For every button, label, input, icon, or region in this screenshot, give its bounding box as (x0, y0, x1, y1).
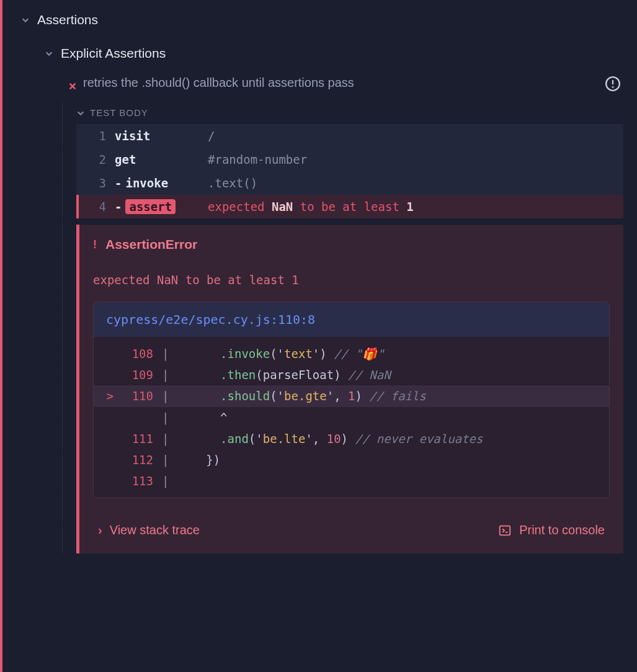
command-log: 1 visit / 2 get #random-number 3 -invoke… (76, 124, 623, 218)
stack-trace-label: View stack trace (110, 523, 200, 537)
x-fail-icon (68, 79, 77, 87)
error-header: ! AssertionError (79, 225, 623, 263)
code-line: 113| (94, 470, 609, 491)
chevron-down-icon (45, 49, 53, 58)
code-line: 112| }) (94, 449, 609, 470)
log-row[interactable]: 3 -invoke .text() (76, 171, 623, 195)
log-number: 1 (87, 129, 106, 143)
bang-icon: ! (93, 238, 97, 251)
code-file-link[interactable]: cypress/e2e/spec.cy.js:110:8 (94, 302, 609, 337)
terminal-icon (498, 524, 512, 537)
code-caret-line: | ^ (94, 407, 609, 428)
suite-title: Assertions (37, 12, 98, 27)
view-stack-trace-link[interactable]: › View stack trace (98, 523, 200, 537)
error-message: expected NaN to be at least 1 (79, 263, 623, 297)
chevron-down-icon (21, 16, 30, 24)
print-console-label: Print to console (519, 523, 605, 537)
test-title: retries the .should() callback until ass… (83, 76, 354, 90)
sub-suite-title: Explicit Assertions (61, 46, 166, 61)
log-command: -invoke (115, 176, 208, 190)
log-args: / (208, 129, 215, 143)
assert-pill: assert (125, 199, 176, 214)
print-to-console-link[interactable]: Print to console (498, 523, 605, 537)
code-line: 111| .and('be.lte', 10) // never evaluat… (94, 428, 609, 449)
log-row[interactable]: 2 get #random-number (76, 148, 623, 171)
error-name: AssertionError (105, 237, 197, 252)
log-command: -assert (115, 200, 208, 213)
svg-point-4 (612, 86, 614, 88)
log-args: expected NaN to be at least 1 (208, 200, 414, 213)
log-args: .text() (208, 176, 257, 190)
log-number: 3 (87, 176, 106, 190)
log-number: 2 (87, 153, 106, 166)
log-command: get (115, 153, 208, 166)
suite-header[interactable]: Assertions (2, 0, 637, 30)
test-body: TEST BODY 1 visit / 2 get #random-number… (62, 102, 637, 553)
code-line: 108| .invoke('text') // "🎁" (94, 343, 609, 364)
chevron-down-icon (76, 109, 85, 117)
warning-icon[interactable] (605, 76, 621, 92)
test-header[interactable]: retries the .should() callback until ass… (2, 63, 637, 92)
code-frame: cypress/e2e/spec.cy.js:110:8 108| .invok… (93, 302, 610, 498)
log-command: visit (115, 129, 208, 143)
chevron-right-icon: › (98, 523, 102, 537)
error-panel: ! AssertionError expected NaN to be at l… (76, 225, 623, 553)
log-row-failed[interactable]: 4 -assert expected NaN to be at least 1 (76, 195, 623, 218)
error-footer: › View stack trace Print to console (79, 512, 623, 553)
code-line-highlighted: >110| .should('be.gte', 1) // fails (94, 385, 609, 406)
code-line: 109| .then(parseFloat) // NaN (94, 364, 609, 385)
test-body-header[interactable]: TEST BODY (76, 102, 623, 124)
sub-suite-header[interactable]: Explicit Assertions (2, 30, 637, 63)
code-body: 108| .invoke('text') // "🎁" 109| .then(p… (94, 337, 609, 498)
log-number: 4 (87, 200, 106, 213)
log-args: #random-number (208, 153, 307, 166)
test-body-label: TEST BODY (90, 107, 148, 118)
log-row[interactable]: 1 visit / (76, 124, 623, 148)
